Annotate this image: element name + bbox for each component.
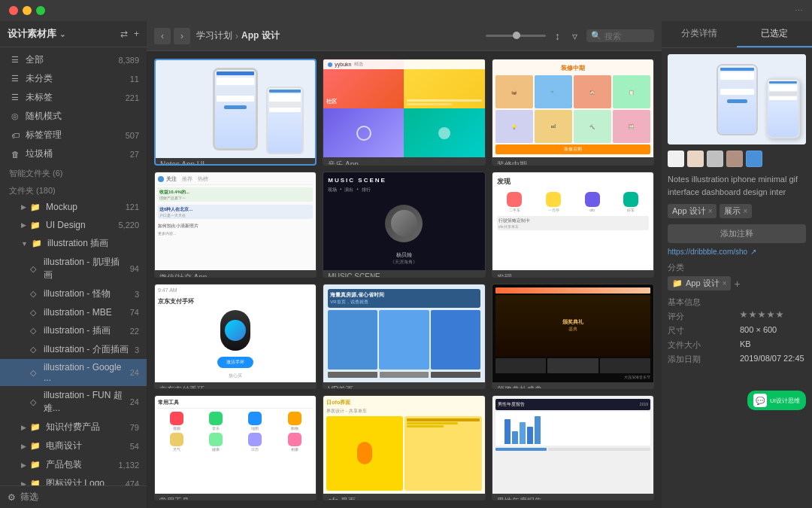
tags-icon: 🏷 <box>9 129 21 141</box>
swatch-4[interactable] <box>726 151 743 167</box>
minimize-button[interactable] <box>23 6 32 15</box>
ill-icon: ◇ <box>27 325 39 337</box>
search-box[interactable]: 🔍 <box>586 29 654 42</box>
sidebar-item-ill-draw[interactable]: ◇ illustration - 插画 22 <box>0 321 147 340</box>
grid-item-12[interactable]: 男性年度报告 2019 <box>492 395 654 500</box>
grid-item-2[interactable]: 社区 <box>323 59 485 166</box>
sidebar-item-count: 474 <box>126 479 139 486</box>
thumb-12: 男性年度报告 2019 <box>492 396 653 494</box>
sidebar-item-knowledge[interactable]: ▶ 📁 知识付费产品 79 <box>0 418 147 437</box>
grid-item-6[interactable]: 发现 二手车 一元夺 of <box>492 172 654 277</box>
sidebar-item-ill-mbe[interactable]: ◇ illustration - MBE 74 <box>0 303 147 321</box>
sidebar-item-label: illustration - Google ... <box>44 362 127 383</box>
unclassified-icon: ☰ <box>9 73 21 85</box>
size-value: 800 × 600 <box>740 325 806 336</box>
tab-selected[interactable]: 已选定 <box>737 21 812 47</box>
sidebar-item-trash[interactable]: 🗑 垃圾桶 27 <box>0 144 147 163</box>
grid-item-10[interactable]: 常用工具 视频 音乐 地图 <box>154 395 317 500</box>
expand-arrow-icon: ▶ <box>21 443 26 450</box>
sidebar-item-mockup[interactable]: ▶ 📁 Mockup 121 <box>0 198 147 216</box>
sidebar-item-count: 1,132 <box>118 461 139 470</box>
sidebar-item-count: 507 <box>126 131 139 140</box>
close-button[interactable] <box>9 6 18 15</box>
sidebar-item-label: 电商设计 <box>46 440 127 452</box>
sidebar-item-unclassified[interactable]: ☰ 未分类 11 <box>0 69 147 88</box>
sidebar-item-count: 3 <box>135 290 139 299</box>
thumb-2: 社区 <box>323 59 484 157</box>
sidebar-item-packaging[interactable]: ▶ 📁 产品包装 1,132 <box>0 455 147 474</box>
zoom-slider[interactable] <box>486 35 546 37</box>
folder-icon: 📁 <box>29 478 41 486</box>
sidebar-footer[interactable]: ⚙ 筛选 <box>0 485 147 508</box>
category-section-label: 分类 <box>668 262 806 273</box>
category-remove[interactable]: × <box>723 279 727 287</box>
sidebar-item-label: 随机模式 <box>26 110 139 123</box>
grid-item-8[interactable]: 海量真房源,省心省时间 VR首页，说查就查 <box>323 284 485 389</box>
grid-item-label-10: 常用工具 <box>155 494 316 500</box>
tag-remove-showcase[interactable]: × <box>743 207 747 215</box>
expand-arrow-icon: ▶ <box>21 203 26 211</box>
ill-icon: ◇ <box>27 306 39 318</box>
tab-category-detail[interactable]: 分类详情 <box>662 21 737 47</box>
sidebar-item-label: illustration - 介面插画 <box>44 343 132 356</box>
folder-icon: 📁 <box>29 201 41 213</box>
sort-button[interactable]: ↕ <box>552 29 563 44</box>
external-link-icon[interactable]: ↗ <box>750 248 756 256</box>
breadcrumb-current: App 设计 <box>241 29 280 42</box>
sidebar-item-uidesign[interactable]: ▶ 📁 UI Design 5,220 <box>0 216 147 234</box>
grid-item-label-7: 京东支付手环 <box>155 382 316 389</box>
grid-item-3[interactable]: 装修中期 📦 🔧 🏠 📋 💡 🛋 🔨 🪟 装修后期 <box>492 59 654 166</box>
sidebar-item-label: illustration - MBE <box>44 307 127 318</box>
grid-item-label-4: 微信/社交 App <box>155 270 316 277</box>
sidebar-item-count: 24 <box>130 368 139 377</box>
swatch-1[interactable] <box>668 151 684 167</box>
thumb-6: 发现 二手车 一元夺 of <box>492 172 653 270</box>
grid-item-7[interactable]: 9:47 AM 京东支付手环 激活手环 放心买 京东支付手环 <box>154 284 317 389</box>
add-note-button[interactable]: 添加注释 <box>668 224 806 243</box>
sidebar-item-all[interactable]: ☰ 全部 8,389 <box>0 50 147 69</box>
sidebar-item-ill-muscle[interactable]: ◇ illustration - 肌理插画 94 <box>0 253 147 284</box>
filter-button[interactable]: ▿ <box>569 29 580 44</box>
sidebar-item-ecommerce[interactable]: ▶ 📁 电商设计 54 <box>0 437 147 455</box>
smart-folder-section: 智能文件夹 (6) <box>0 163 147 181</box>
grid-item-1[interactable]: Notes App UI <box>154 59 317 166</box>
sidebar-item-tags[interactable]: 🏷 标签管理 507 <box>0 126 147 144</box>
swatch-2[interactable] <box>687 151 704 167</box>
untagged-icon: ☰ <box>9 92 21 104</box>
swatch-5[interactable] <box>746 151 762 167</box>
random-icon: ◎ <box>9 111 21 123</box>
phone-screen <box>215 70 256 148</box>
grid-item-4[interactable]: 关注 推荐 热榜 收益10.4%的... 理财产品累下一 这6种人在北京... … <box>154 172 317 277</box>
add-category-icon[interactable]: + <box>734 278 740 290</box>
grid-item-5[interactable]: MUSIC SCENE 现场•演出•排行 杨贝翰 《天涯海角》 MUS <box>323 172 485 277</box>
search-icon: 🔍 <box>591 31 601 41</box>
sidebar-item-ill-pet[interactable]: ◇ illustration - 怪物 3 <box>0 284 147 303</box>
swatch-3[interactable] <box>707 151 723 167</box>
sidebar-item-iconlogo[interactable]: ▶ 📁 图标设计 Logo 474 <box>0 474 147 485</box>
grid-item-label-9: 颁奖典礼盛典 <box>492 382 653 389</box>
grid-item-9[interactable]: 颁奖典礼 盛典 大连深海音乐节 颁奖典礼盛典 <box>492 284 654 389</box>
sidebar-item-ill-google[interactable]: ◇ illustration - Google ... 24 <box>0 359 147 386</box>
fullscreen-button[interactable] <box>36 6 45 15</box>
color-swatches <box>668 151 806 167</box>
sidebar-item-ill-interface[interactable]: ◇ illustration - 介面插画 3 <box>0 340 147 359</box>
thumb-5: MUSIC SCENE 现场•演出•排行 杨贝翰 《天涯海角》 <box>323 172 484 270</box>
add-date-value: 2019/08/07 22:45 <box>740 354 806 365</box>
folder-icon: 📁 <box>29 440 41 452</box>
sidebar-swap-icon[interactable]: ⇄ <box>120 29 128 39</box>
sidebar-item-illustration[interactable]: ▼ 📁 illustration 插画 <box>0 234 147 253</box>
sidebar-add-icon[interactable]: + <box>134 29 139 39</box>
breadcrumb-parent[interactable]: 学习计划 <box>196 29 232 42</box>
sidebar-item-ill-fun[interactable]: ◇ illustration - FUN 超难... 24 <box>0 386 147 418</box>
forward-button[interactable]: › <box>174 28 190 44</box>
expand-arrow-icon: ▶ <box>21 461 26 469</box>
search-input[interactable] <box>604 32 650 41</box>
sidebar-item-random[interactable]: ◎ 随机模式 <box>0 107 147 126</box>
right-panel: 分类详情 已选定 <box>662 21 812 508</box>
star-1 <box>740 311 747 318</box>
category-chip: 📁 App 设计 × <box>668 276 731 291</box>
grid-item-11[interactable]: 日ofo界面 界面设计 - 共享单车 <box>323 395 485 500</box>
tag-remove-app[interactable]: × <box>708 207 713 215</box>
sidebar-item-untagged[interactable]: ☰ 未标签 221 <box>0 88 147 107</box>
back-button[interactable]: ‹ <box>154 28 171 44</box>
